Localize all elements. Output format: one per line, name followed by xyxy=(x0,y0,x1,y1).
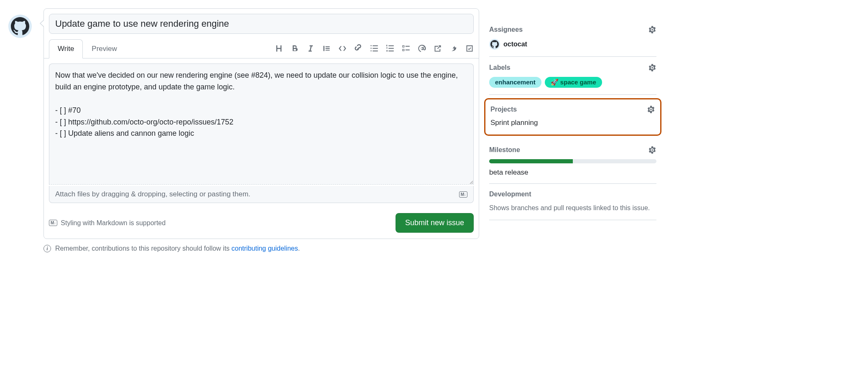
gear-icon[interactable] xyxy=(648,146,656,154)
milestone-title: Milestone xyxy=(489,146,520,154)
mention-icon[interactable] xyxy=(418,44,426,53)
assignee-user[interactable]: octocat xyxy=(489,39,656,50)
submit-issue-button[interactable]: Submit new issue xyxy=(396,213,474,233)
bold-icon[interactable] xyxy=(291,44,299,53)
sidebar-development: Development Shows branches and pull requ… xyxy=(489,184,656,220)
issue-title-input[interactable] xyxy=(49,14,474,34)
milestone-name[interactable]: beta release xyxy=(489,168,656,177)
attach-files-bar[interactable]: Attach files by dragging & dropping, sel… xyxy=(49,186,474,203)
sidebar-assignees: Assignees octocat xyxy=(489,19,656,57)
contributing-guidelines-link[interactable]: contributing guidelines xyxy=(232,245,298,252)
milestone-progress xyxy=(489,159,656,163)
gear-icon[interactable] xyxy=(648,64,656,72)
italic-icon[interactable] xyxy=(306,44,315,53)
unordered-list-icon[interactable] xyxy=(370,44,378,53)
tab-preview[interactable]: Preview xyxy=(83,39,125,58)
gear-icon[interactable] xyxy=(648,25,656,34)
projects-title: Projects xyxy=(490,106,517,113)
markdown-badge-icon: M↓ xyxy=(49,220,57,226)
suggestion-icon[interactable] xyxy=(465,44,474,53)
assignees-title: Assignees xyxy=(489,26,523,33)
author-avatar-column xyxy=(8,8,33,252)
author-avatar[interactable] xyxy=(8,15,32,38)
code-icon[interactable] xyxy=(338,44,347,53)
link-icon[interactable] xyxy=(354,44,363,53)
cross-reference-icon[interactable] xyxy=(434,44,442,53)
project-name[interactable]: Sprint planning xyxy=(490,119,655,127)
quote-icon[interactable] xyxy=(322,44,331,53)
markdown-toolbar xyxy=(275,44,474,53)
task-list-icon[interactable] xyxy=(402,44,410,53)
gear-icon[interactable] xyxy=(647,105,655,114)
info-icon: i xyxy=(43,245,51,252)
milestone-progress-fill xyxy=(489,159,573,163)
sidebar-projects: Projects Sprint planning xyxy=(484,98,661,136)
assignee-avatar xyxy=(489,39,500,50)
guidelines-prefix: Remember, contributions to this reposito… xyxy=(55,245,232,252)
contributing-guidelines-note: i Remember, contributions to this reposi… xyxy=(43,245,479,252)
label-pill[interactable]: 🚀 space game xyxy=(545,77,602,88)
octocat-icon xyxy=(490,40,499,48)
markdown-hint-text: Styling with Markdown is supported xyxy=(61,219,166,227)
ordered-list-icon[interactable] xyxy=(386,44,394,53)
attach-hint-text: Attach files by dragging & dropping, sel… xyxy=(55,190,250,198)
issue-sidebar: Assignees octocat Labels enhancement🚀 sp… xyxy=(489,8,656,252)
sidebar-milestone: Milestone beta release xyxy=(489,139,656,184)
tab-write[interactable]: Write xyxy=(49,39,83,58)
guidelines-suffix: . xyxy=(298,245,300,252)
assignee-username: octocat xyxy=(503,41,527,48)
heading-icon[interactable] xyxy=(275,44,283,53)
reply-icon[interactable] xyxy=(449,44,458,53)
octocat-icon xyxy=(11,17,29,36)
new-issue-form: Write Preview xyxy=(43,8,479,239)
markdown-support-hint[interactable]: M↓ Styling with Markdown is supported xyxy=(49,219,166,227)
sidebar-labels: Labels enhancement🚀 space game xyxy=(489,57,656,95)
label-pill[interactable]: enhancement xyxy=(489,77,541,88)
editor-tab-toolbar: Write Preview xyxy=(44,39,479,58)
labels-title: Labels xyxy=(489,64,511,71)
development-description: Shows branches and pull requests linked … xyxy=(489,203,656,213)
labels-list: enhancement🚀 space game xyxy=(489,77,656,88)
issue-body-textarea[interactable] xyxy=(49,64,474,185)
markdown-badge-icon[interactable]: M↓ xyxy=(459,191,467,198)
development-title: Development xyxy=(489,191,531,198)
